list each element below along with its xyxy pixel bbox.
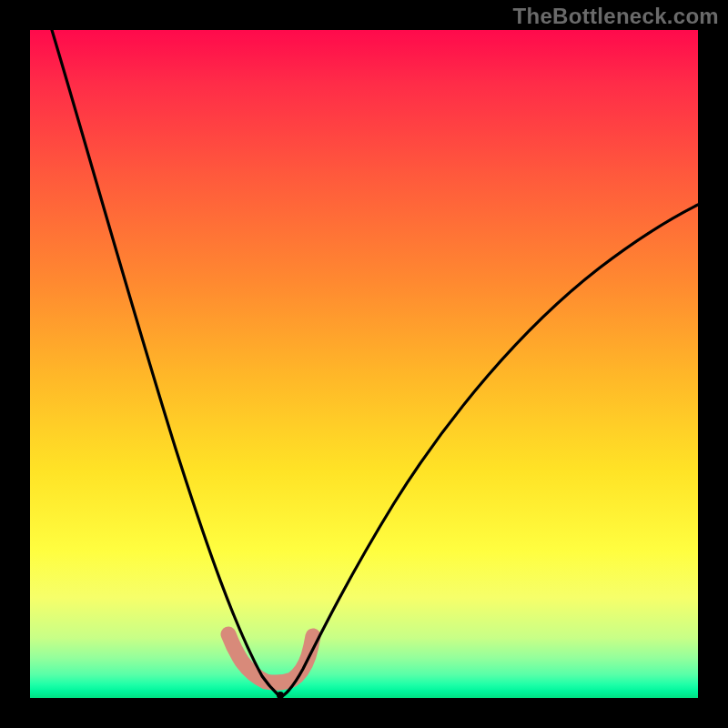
chart-frame: TheBottleneck.com xyxy=(0,0,728,728)
plot-area xyxy=(30,30,698,698)
curve-left-branch xyxy=(52,30,280,697)
watermark-text: TheBottleneck.com xyxy=(513,4,719,29)
curve-layer xyxy=(30,30,698,698)
curve-right-branch xyxy=(280,205,698,697)
